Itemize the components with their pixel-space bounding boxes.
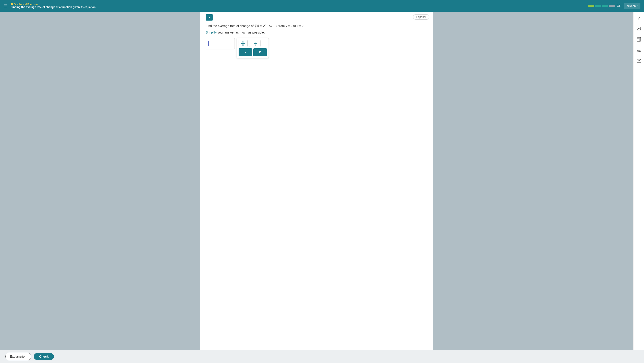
svg-rect-0 (637, 27, 641, 30)
progress-segment-3 (602, 5, 608, 7)
progress-segment-2 (595, 5, 601, 7)
nav-title-block: Graphs and Functions Finding the average… (11, 3, 588, 9)
clear-button[interactable]: × (238, 48, 252, 56)
hamburger-menu[interactable]: ☰ (4, 3, 8, 8)
fraction-button[interactable]: □ □ (238, 40, 248, 47)
mixed-frac-sub-icon: □ □ (254, 41, 258, 46)
mail-button[interactable] (635, 57, 643, 65)
fraction-icon: □ □ (241, 41, 245, 46)
user-name: Nikesh (627, 4, 636, 7)
user-menu-button[interactable]: Nikesh ▾ (624, 3, 640, 9)
espanol-button[interactable]: Español (413, 14, 429, 20)
bottom-bar: Explanation Check (0, 350, 644, 363)
toolbar-row1: □ □ □ □ □ (238, 40, 267, 47)
simplify-link[interactable]: Simplify (206, 31, 217, 34)
calculator-button[interactable] (635, 36, 643, 44)
nav-subtitle: Finding the average rate of change of a … (11, 5, 588, 9)
nav-category: Graphs and Functions (11, 3, 588, 5)
calculator-icon (637, 37, 641, 42)
mail-icon (636, 59, 641, 63)
check-button[interactable]: Check (34, 353, 54, 360)
undo-icon: ↺ (259, 50, 262, 54)
image-icon (636, 26, 641, 32)
svg-rect-3 (638, 38, 640, 39)
progress-segment-4 (609, 5, 615, 7)
category-dot (11, 3, 13, 5)
hint-suffix: your answer as much as possible. (217, 31, 265, 34)
mixed-fraction-icon: □ □ □ (252, 41, 257, 46)
collapse-icon: ▾ (209, 16, 210, 19)
help-icon: ? (638, 16, 640, 20)
svg-point-5 (639, 39, 639, 40)
answer-section: □ □ □ □ □ (206, 38, 428, 58)
svg-point-9 (640, 40, 640, 41)
toolbar-row2: × ↺ (238, 48, 267, 56)
math-toolbar: □ □ □ □ □ (236, 38, 269, 58)
explanation-button[interactable]: Explanation (5, 353, 31, 360)
chevron-down-icon: ▾ (636, 5, 638, 7)
svg-point-4 (638, 39, 638, 40)
category-label: Graphs and Functions (14, 3, 38, 5)
main-panel: ▾ Español Find the average rate of chang… (200, 12, 433, 351)
progress-segment-1 (588, 5, 594, 7)
top-navigation: ☰ Graphs and Functions Finding the avera… (0, 0, 644, 12)
svg-point-7 (638, 40, 638, 41)
undo-button[interactable]: ↺ (253, 48, 267, 56)
mixed-fraction-button[interactable]: □ □ □ (249, 40, 260, 47)
image-button[interactable] (635, 25, 643, 33)
svg-point-8 (639, 40, 639, 41)
font-size-icon: Aa (637, 49, 641, 52)
help-button[interactable]: ? (635, 14, 643, 22)
cancel-icon: × (244, 50, 246, 54)
right-sidebar: ? (633, 12, 644, 351)
question-function: f(x) = x2 − 5x + 1 (254, 24, 278, 28)
progress-area: 3/5 (588, 4, 621, 7)
progress-bars (588, 5, 615, 7)
question-line1-pre: Find the average rate of change of (206, 24, 254, 28)
font-size-button[interactable]: Aa (635, 46, 643, 54)
question-line1-post: from x = 2 to x = 7. (278, 24, 304, 28)
content-wrapper: ▾ Español Find the average rate of chang… (0, 12, 644, 351)
hint-text: Simplify your answer as much as possible… (206, 31, 428, 34)
progress-text: 3/5 (617, 4, 621, 7)
collapse-button[interactable]: ▾ (206, 14, 213, 20)
svg-point-6 (640, 39, 640, 40)
answer-input-box[interactable] (206, 38, 235, 49)
text-cursor (208, 41, 209, 46)
question-text: Find the average rate of change of f(x) … (206, 23, 428, 28)
